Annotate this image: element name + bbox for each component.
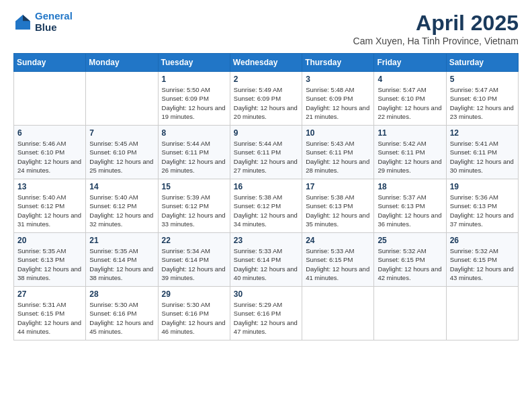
day-number: 6 [17, 128, 82, 138]
day-number: 9 [234, 128, 298, 138]
svg-rect-2 [15, 21, 30, 29]
day-detail: Sunrise: 5:35 AM Sunset: 6:13 PM Dayligh… [17, 246, 82, 282]
day-number: 30 [234, 289, 298, 299]
day-number: 28 [89, 289, 154, 299]
week-row-2: 6Sunrise: 5:46 AM Sunset: 6:10 PM Daylig… [14, 126, 519, 179]
day-number: 5 [450, 75, 515, 84]
day-detail: Sunrise: 5:30 AM Sunset: 6:16 PM Dayligh… [89, 300, 154, 336]
week-row-4: 20Sunrise: 5:35 AM Sunset: 6:13 PM Dayli… [14, 233, 519, 287]
header-friday: Friday [374, 54, 446, 72]
header-monday: Monday [86, 54, 158, 72]
day-detail: Sunrise: 5:41 AM Sunset: 6:11 PM Dayligh… [450, 139, 515, 175]
day-cell [374, 287, 446, 340]
day-number: 12 [450, 128, 515, 138]
location: Cam Xuyen, Ha Tinh Province, Vietnam [353, 36, 519, 46]
day-number: 20 [17, 236, 82, 245]
header-wednesday: Wednesday [230, 54, 302, 72]
day-number: 1 [162, 75, 226, 84]
day-number: 17 [306, 182, 370, 191]
day-cell: 21Sunrise: 5:35 AM Sunset: 6:14 PM Dayli… [86, 233, 158, 287]
day-cell: 25Sunrise: 5:32 AM Sunset: 6:15 PM Dayli… [374, 233, 446, 287]
day-number: 11 [378, 128, 442, 138]
day-detail: Sunrise: 5:35 AM Sunset: 6:14 PM Dayligh… [89, 246, 154, 282]
day-cell: 4Sunrise: 5:47 AM Sunset: 6:10 PM Daylig… [374, 72, 446, 126]
day-detail: Sunrise: 5:34 AM Sunset: 6:14 PM Dayligh… [162, 246, 226, 282]
header-sunday: Sunday [14, 54, 86, 72]
day-cell [302, 287, 374, 340]
day-cell: 8Sunrise: 5:44 AM Sunset: 6:11 PM Daylig… [158, 126, 230, 179]
day-detail: Sunrise: 5:47 AM Sunset: 6:10 PM Dayligh… [450, 85, 515, 121]
day-number: 29 [162, 289, 226, 299]
day-detail: Sunrise: 5:29 AM Sunset: 6:16 PM Dayligh… [234, 300, 298, 336]
day-cell: 7Sunrise: 5:45 AM Sunset: 6:10 PM Daylig… [86, 126, 158, 179]
day-detail: Sunrise: 5:46 AM Sunset: 6:10 PM Dayligh… [17, 139, 82, 175]
day-number: 27 [17, 289, 82, 299]
svg-marker-1 [23, 15, 30, 21]
calendar-table: SundayMondayTuesdayWednesdayThursdayFrid… [13, 53, 519, 340]
day-cell: 27Sunrise: 5:31 AM Sunset: 6:15 PM Dayli… [14, 287, 86, 340]
day-cell: 28Sunrise: 5:30 AM Sunset: 6:16 PM Dayli… [86, 287, 158, 340]
day-cell: 9Sunrise: 5:44 AM Sunset: 6:11 PM Daylig… [230, 126, 302, 179]
day-cell: 14Sunrise: 5:40 AM Sunset: 6:12 PM Dayli… [86, 179, 158, 233]
day-number: 7 [89, 128, 154, 138]
day-detail: Sunrise: 5:44 AM Sunset: 6:11 PM Dayligh… [162, 139, 226, 175]
day-cell: 2Sunrise: 5:49 AM Sunset: 6:09 PM Daylig… [230, 72, 302, 126]
day-cell: 10Sunrise: 5:43 AM Sunset: 6:11 PM Dayli… [302, 126, 374, 179]
title-block: April 2025 Cam Xuyen, Ha Tinh Province, … [353, 11, 519, 46]
day-number: 26 [450, 236, 515, 245]
day-number: 25 [378, 236, 442, 245]
day-number: 15 [162, 182, 226, 191]
day-cell: 12Sunrise: 5:41 AM Sunset: 6:11 PM Dayli… [446, 126, 518, 179]
day-cell: 29Sunrise: 5:30 AM Sunset: 6:16 PM Dayli… [158, 287, 230, 340]
day-detail: Sunrise: 5:39 AM Sunset: 6:12 PM Dayligh… [162, 193, 226, 228]
logo: General Blue [13, 11, 73, 33]
day-detail: Sunrise: 5:38 AM Sunset: 6:12 PM Dayligh… [234, 193, 298, 228]
day-detail: Sunrise: 5:48 AM Sunset: 6:09 PM Dayligh… [306, 85, 370, 121]
week-row-5: 27Sunrise: 5:31 AM Sunset: 6:15 PM Dayli… [14, 287, 519, 340]
day-detail: Sunrise: 5:50 AM Sunset: 6:09 PM Dayligh… [162, 85, 226, 121]
day-cell: 17Sunrise: 5:38 AM Sunset: 6:13 PM Dayli… [302, 179, 374, 233]
day-cell [446, 287, 518, 340]
calendar-header: SundayMondayTuesdayWednesdayThursdayFrid… [14, 54, 519, 72]
day-cell: 15Sunrise: 5:39 AM Sunset: 6:12 PM Dayli… [158, 179, 230, 233]
day-number: 23 [234, 236, 298, 245]
day-number: 22 [162, 236, 226, 245]
day-detail: Sunrise: 5:33 AM Sunset: 6:14 PM Dayligh… [234, 246, 298, 282]
day-number: 14 [89, 182, 154, 191]
day-number: 19 [450, 182, 515, 191]
day-detail: Sunrise: 5:32 AM Sunset: 6:15 PM Dayligh… [378, 246, 442, 282]
day-detail: Sunrise: 5:37 AM Sunset: 6:13 PM Dayligh… [378, 193, 442, 228]
day-detail: Sunrise: 5:31 AM Sunset: 6:15 PM Dayligh… [17, 300, 82, 336]
day-detail: Sunrise: 5:38 AM Sunset: 6:13 PM Dayligh… [306, 193, 370, 228]
day-cell: 13Sunrise: 5:40 AM Sunset: 6:12 PM Dayli… [14, 179, 86, 233]
day-cell: 16Sunrise: 5:38 AM Sunset: 6:12 PM Dayli… [230, 179, 302, 233]
day-cell [86, 72, 158, 126]
week-row-3: 13Sunrise: 5:40 AM Sunset: 6:12 PM Dayli… [14, 179, 519, 233]
day-detail: Sunrise: 5:45 AM Sunset: 6:10 PM Dayligh… [89, 139, 154, 175]
day-number: 10 [306, 128, 370, 138]
day-detail: Sunrise: 5:44 AM Sunset: 6:11 PM Dayligh… [234, 139, 298, 175]
day-number: 24 [306, 236, 370, 245]
day-cell: 6Sunrise: 5:46 AM Sunset: 6:10 PM Daylig… [14, 126, 86, 179]
day-number: 13 [17, 182, 82, 191]
day-detail: Sunrise: 5:33 AM Sunset: 6:15 PM Dayligh… [306, 246, 370, 282]
day-cell: 3Sunrise: 5:48 AM Sunset: 6:09 PM Daylig… [302, 72, 374, 126]
day-number: 16 [234, 182, 298, 191]
month-title: April 2025 [353, 11, 519, 36]
day-cell: 26Sunrise: 5:32 AM Sunset: 6:15 PM Dayli… [446, 233, 518, 287]
day-cell: 22Sunrise: 5:34 AM Sunset: 6:14 PM Dayli… [158, 233, 230, 287]
day-detail: Sunrise: 5:30 AM Sunset: 6:16 PM Dayligh… [162, 300, 226, 336]
day-cell: 19Sunrise: 5:36 AM Sunset: 6:13 PM Dayli… [446, 179, 518, 233]
day-detail: Sunrise: 5:42 AM Sunset: 6:11 PM Dayligh… [378, 139, 442, 175]
day-number: 2 [234, 75, 298, 84]
logo-text: General Blue [35, 11, 73, 33]
day-cell: 11Sunrise: 5:42 AM Sunset: 6:11 PM Dayli… [374, 126, 446, 179]
header-saturday: Saturday [446, 54, 518, 72]
day-cell: 20Sunrise: 5:35 AM Sunset: 6:13 PM Dayli… [14, 233, 86, 287]
day-cell: 24Sunrise: 5:33 AM Sunset: 6:15 PM Dayli… [302, 233, 374, 287]
day-cell: 5Sunrise: 5:47 AM Sunset: 6:10 PM Daylig… [446, 72, 518, 126]
day-detail: Sunrise: 5:47 AM Sunset: 6:10 PM Dayligh… [378, 85, 442, 121]
header-thursday: Thursday [302, 54, 374, 72]
day-cell: 30Sunrise: 5:29 AM Sunset: 6:16 PM Dayli… [230, 287, 302, 340]
day-cell: 1Sunrise: 5:50 AM Sunset: 6:09 PM Daylig… [158, 72, 230, 126]
